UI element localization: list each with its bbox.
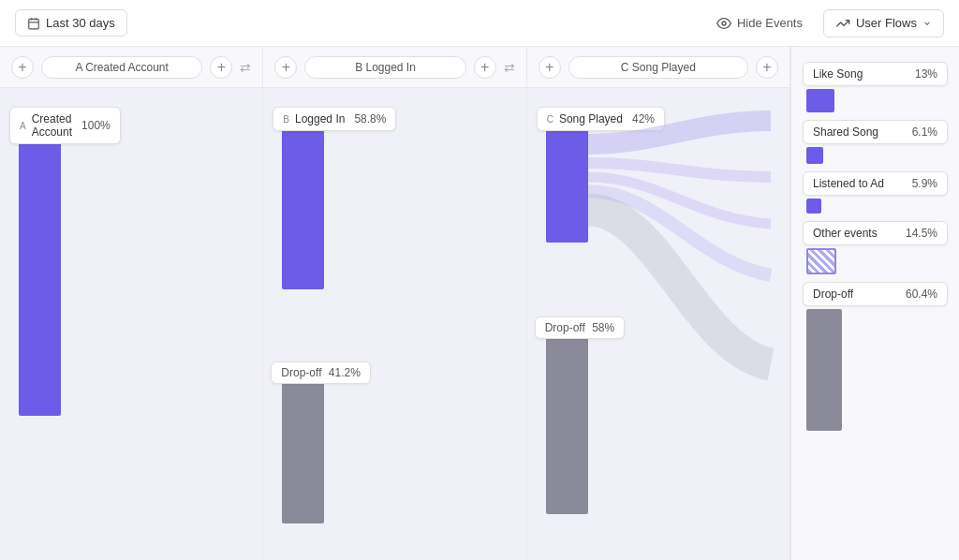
add-after-a-button[interactable]: + [210, 56, 232, 79]
col-b-label: B Logged In [304, 56, 465, 79]
eye-icon [716, 16, 731, 31]
svg-point-4 [722, 22, 726, 25]
outcome-shared-song-bar [806, 147, 823, 164]
outcome-other-events-bar [806, 248, 836, 274]
outcome-shared-song: Shared Song 6.1% [803, 120, 948, 164]
outcome-listened-ad-card: Listened to Ad 5.9% [803, 171, 948, 196]
col-a-bar [19, 125, 61, 416]
col-b-header: + B Logged In + ⇄ [263, 47, 525, 88]
add-after-b-button[interactable]: + [474, 56, 496, 79]
flow-icon [835, 16, 850, 31]
col-b-dropoff-label: Drop-off 41.2% [271, 361, 371, 384]
col-c-dropoff-bar [546, 332, 588, 514]
outcome-dropoff-bar [806, 309, 842, 431]
col-a-body: A CreatedAccount 100% [0, 88, 262, 560]
funnel-col-a: + A Created Account + ⇄ A CreatedAccount… [0, 47, 263, 560]
svg-rect-0 [29, 19, 39, 28]
outcome-dropoff-pct: 60.4% [906, 287, 937, 301]
hide-events-button[interactable]: Hide Events [707, 10, 812, 37]
col-a-reorder-icon[interactable]: ⇄ [240, 60, 251, 75]
date-range-button[interactable]: Last 30 days [15, 9, 127, 37]
hide-events-label: Hide Events [737, 16, 803, 30]
col-c-header: + C Song Played + [527, 47, 789, 88]
col-a-pct: 100% [81, 119, 111, 132]
add-after-c-button[interactable]: + [756, 56, 778, 79]
outcome-dropoff-label: Drop-off [813, 287, 853, 301]
col-a-node-card: A CreatedAccount 100% [9, 107, 121, 144]
date-range-label: Last 30 days [46, 16, 115, 30]
outcome-like-song-pct: 13% [915, 67, 937, 81]
col-b-step-name: Logged In [295, 112, 345, 125]
outcome-other-events: Other events 14.5% [803, 221, 948, 274]
col-b-dropoff-bar [282, 378, 324, 523]
outcome-like-song-label: Like Song [813, 67, 863, 81]
outcome-shared-song-pct: 6.1% [912, 125, 937, 139]
col-a-header: + A Created Account + ⇄ [0, 47, 262, 88]
col-a-label: A Created Account [41, 56, 202, 79]
funnel-col-b: + B Logged In + ⇄ B Logged In 58.8% Drop… [263, 47, 526, 560]
col-c-step-letter: C [547, 114, 553, 125]
outcome-dropoff: Drop-off 60.4% [803, 282, 948, 431]
col-b-step-letter: B [283, 114, 289, 125]
col-c-bar [546, 125, 588, 243]
col-c-label: C Song Played [568, 56, 748, 79]
outcome-listened-ad: Listened to Ad 5.9% [803, 171, 948, 214]
col-b-bar [282, 125, 324, 289]
col-b-reorder-icon[interactable]: ⇄ [504, 60, 515, 75]
funnel-col-c: + C Song Played + C Song Played 42% Drop… [527, 47, 790, 560]
add-before-c-button[interactable]: + [539, 56, 561, 79]
toolbar: Last 30 days Hide Events User Flows [0, 0, 959, 47]
user-flows-button[interactable]: User Flows [823, 9, 944, 37]
outcome-listened-ad-bar [806, 199, 821, 214]
outcome-like-song-card: Like Song 13% [803, 62, 948, 86]
outcome-shared-song-card: Shared Song 6.1% [803, 120, 948, 144]
add-before-a-button[interactable]: + [11, 56, 34, 79]
chevron-down-icon [922, 19, 932, 28]
outcome-like-song-bar [806, 89, 834, 112]
toolbar-right: Hide Events User Flows [707, 9, 944, 37]
outcome-listened-ad-label: Listened to Ad [813, 177, 884, 190]
outcome-other-events-label: Other events [813, 227, 878, 240]
col-a-step-letter: A [20, 121, 26, 131]
outcome-dropoff-card: Drop-off 60.4% [803, 282, 948, 306]
col-c-body: C Song Played 42% Drop-off 58% [527, 88, 789, 560]
col-c-pct: 42% [632, 112, 655, 125]
toolbar-left: Last 30 days [15, 9, 127, 37]
col-c-node-card: C Song Played 42% [537, 107, 665, 131]
col-a-step-name: CreatedAccount [32, 112, 72, 139]
col-c-step-name: Song Played [559, 112, 623, 125]
outcome-other-events-card: Other events 14.5% [803, 221, 948, 245]
col-c-dropoff-label: Drop-off 58% [535, 317, 626, 339]
col-b-body: B Logged In 58.8% Drop-off 41.2% [263, 88, 525, 560]
outcome-listened-ad-pct: 5.9% [912, 177, 937, 190]
outcome-other-events-pct: 14.5% [906, 227, 937, 240]
add-before-b-button[interactable]: + [274, 56, 297, 79]
col-b-pct: 58.8% [354, 112, 386, 125]
col-b-node-card: B Logged In 58.8% [273, 107, 396, 131]
outcomes-col: Like Song 13% Shared Song 6.1% Listened … [790, 47, 959, 560]
outcome-like-song: Like Song 13% [803, 62, 948, 112]
user-flows-label: User Flows [856, 16, 917, 30]
main-content: + A Created Account + ⇄ A CreatedAccount… [0, 47, 959, 560]
outcome-shared-song-label: Shared Song [813, 125, 878, 139]
calendar-icon [27, 17, 40, 30]
